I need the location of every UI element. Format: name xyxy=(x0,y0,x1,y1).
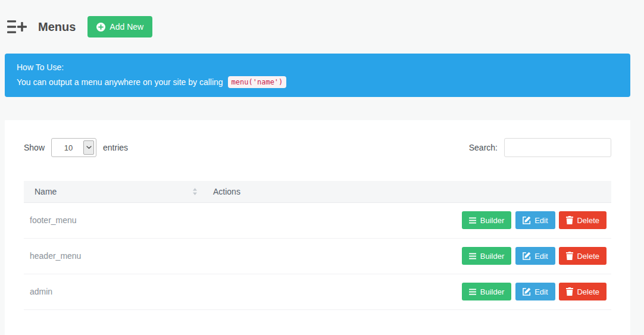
menu-name-cell: footer_menu xyxy=(24,202,202,238)
edit-button[interactable]: Edit xyxy=(515,247,555,265)
column-header-name[interactable]: Name xyxy=(24,181,202,202)
alert-body-text: You can output a menu anywhere on your s… xyxy=(17,77,223,87)
plus-circle-icon xyxy=(96,23,105,32)
menu-name: footer_menu xyxy=(30,215,77,225)
row-actions-cell: Builder Edit Delete xyxy=(202,274,611,309)
how-to-use-alert: How To Use: You can output a menu anywhe… xyxy=(5,54,630,97)
add-new-button[interactable]: Add New xyxy=(87,16,152,37)
edit-pencil-icon xyxy=(523,216,531,224)
edit-pencil-icon xyxy=(523,252,531,260)
list-icon xyxy=(469,289,477,295)
search-label: Search: xyxy=(469,143,498,152)
show-label: Show xyxy=(24,143,45,152)
edit-button[interactable]: Edit xyxy=(515,211,555,229)
sort-arrows-icon xyxy=(192,187,198,195)
table-row: header_menu Builder Edit xyxy=(24,238,611,274)
column-header-actions: Actions xyxy=(202,181,611,202)
row-actions-cell: Builder Edit Delete xyxy=(202,202,611,238)
menus-card: Show 10 entries Search: Name xyxy=(5,120,630,335)
edit-button[interactable]: Edit xyxy=(515,283,555,300)
table-row: footer_menu Builder Edit xyxy=(24,202,611,238)
table-body: footer_menu Builder Edit xyxy=(24,202,611,309)
page-length-control: Show 10 entries xyxy=(24,138,128,157)
table-row: admin Builder Edit xyxy=(24,274,611,309)
list-icon xyxy=(469,253,477,259)
add-new-label: Add New xyxy=(110,22,143,32)
alert-heading: How To Use: xyxy=(17,62,618,72)
menu-name: header_menu xyxy=(30,251,81,261)
builder-button[interactable]: Builder xyxy=(462,247,511,265)
delete-button[interactable]: Delete xyxy=(559,211,607,229)
builder-button[interactable]: Builder xyxy=(462,211,511,229)
edit-pencil-icon xyxy=(523,287,531,296)
list-add-icon xyxy=(7,19,29,35)
page-length-select[interactable]: 10 xyxy=(51,138,96,157)
trash-icon xyxy=(566,216,573,224)
table-controls: Show 10 entries Search: xyxy=(24,138,611,157)
delete-button[interactable]: Delete xyxy=(559,283,607,300)
table-header-row: Name Actions xyxy=(24,181,611,202)
page-header: Menus Add New xyxy=(0,0,644,54)
page-title: Menus xyxy=(38,20,76,34)
row-actions-cell: Builder Edit Delete xyxy=(202,238,611,274)
menu-name-cell: header_menu xyxy=(24,238,202,274)
menu-code-snippet: menu('name') xyxy=(228,76,287,88)
builder-button[interactable]: Builder xyxy=(462,283,511,300)
search-control: Search: xyxy=(469,138,611,157)
entries-label: entries xyxy=(103,143,128,152)
delete-button[interactable]: Delete xyxy=(559,247,607,265)
menu-name-cell: admin xyxy=(24,274,202,309)
menu-name: admin xyxy=(30,287,52,296)
list-icon xyxy=(469,217,477,224)
trash-icon xyxy=(566,287,573,296)
menus-table: Name Actions footer_menu xyxy=(24,181,611,310)
search-input[interactable] xyxy=(504,138,611,157)
trash-icon xyxy=(566,252,573,260)
